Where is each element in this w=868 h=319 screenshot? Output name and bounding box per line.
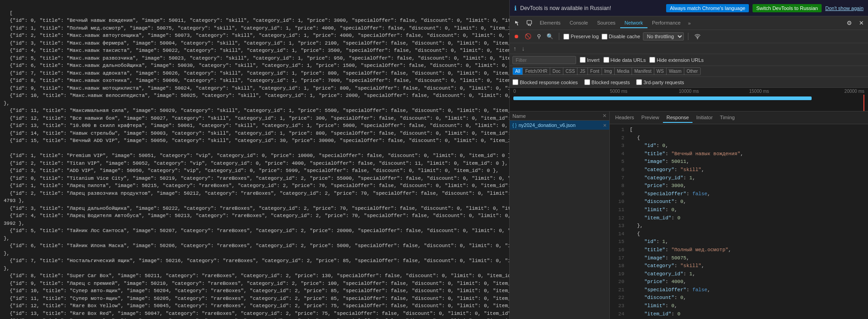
json-source-panel: [ {"id": 0, "title": "Вечный навык вожде… (0, 0, 509, 319)
tab-performance[interactable]: Performance (647, 18, 685, 28)
timeline-ruler: 0 5000 ms 10000 ms 15000 ms 20000 ms (510, 88, 868, 95)
line-num-18: 18 (613, 262, 624, 270)
dont-show-again-button[interactable]: Don't show again (825, 5, 863, 11)
line-num-13: 13 (613, 222, 624, 230)
line-num-3: 3 (613, 142, 624, 150)
download-icon[interactable]: ↓ (522, 45, 525, 52)
device-icon[interactable] (523, 18, 535, 28)
filter-ws[interactable]: WS (654, 68, 667, 75)
tab-preview[interactable]: Preview (638, 113, 663, 123)
json-line-16: 16 "title": "Полный мед.осмотр", (613, 246, 864, 254)
hide-data-urls-checkbox[interactable] (603, 57, 609, 63)
disable-cache-checkbox[interactable] (602, 34, 607, 40)
timeline-label-0: 0 (513, 89, 583, 94)
blocked-response-cookies-checkbox[interactable] (512, 79, 518, 85)
filter-js[interactable]: JS (577, 68, 588, 75)
settings-icon[interactable]: ⚙ (844, 18, 854, 28)
filter-css[interactable]: CSS (563, 68, 578, 75)
response-panel: Headers Preview Response Initiator Timin… (610, 111, 868, 319)
tab-timing[interactable]: Timing (716, 113, 738, 123)
filter-icon-button[interactable]: ⚲ (536, 33, 542, 40)
line-num-23: 23 (613, 302, 624, 310)
json-line-4: 4 "title": "Вечный навык вождения", (613, 150, 864, 158)
throttle-select[interactable]: No throttling (643, 32, 684, 41)
filter-img[interactable]: Img (602, 68, 615, 75)
content-area: Name ✕ { } ny2024_donation_v6.json ✕ Hea… (510, 111, 868, 319)
json-file-icon: { } (512, 123, 517, 128)
timeline-label-20000: 20000 ms (794, 89, 864, 94)
blocked-requests-checkbox[interactable] (584, 79, 590, 85)
json-line-10: 10 "discount": 0, (613, 198, 864, 206)
filter-manifest[interactable]: Manifest (632, 68, 654, 75)
line-num-1: 1 (613, 126, 624, 134)
tab-network[interactable]: Network (620, 18, 647, 28)
wifi-icon[interactable] (692, 31, 702, 41)
json-line-8: 8 "price": 3000, (613, 182, 864, 190)
banner-text: DevTools is now available in Russian! (520, 5, 662, 11)
filter-font[interactable]: Font (588, 68, 602, 75)
tab-sources[interactable]: Sources (592, 18, 620, 28)
blocked-requests-label[interactable]: Blocked requests (584, 79, 630, 85)
third-party-requests-label[interactable]: 3rd-party requests (636, 79, 684, 85)
switch-devtools-button[interactable]: Switch DevTools to Russian (753, 4, 822, 12)
tab-initiator[interactable]: Initiator (692, 113, 716, 123)
more-tabs-button[interactable]: » (685, 19, 693, 28)
json-line-22: 22 "discount": 0, (613, 294, 864, 302)
json-line-24: 24 "item_id": 0 (613, 310, 864, 319)
disable-cache-label[interactable]: Disable cache (602, 34, 640, 40)
clear-button[interactable]: 🚫 (523, 33, 533, 40)
search-button[interactable]: 🔍 (545, 33, 555, 40)
filter-input[interactable] (512, 56, 576, 64)
tab-headers[interactable]: Headers (612, 113, 638, 123)
hide-extension-urls-checkbox[interactable] (649, 57, 655, 63)
tab-elements[interactable]: Elements (535, 18, 565, 28)
json-line-9: 9 "specialOffer": false, (613, 190, 864, 198)
third-party-requests-checkbox[interactable] (636, 79, 642, 85)
line-num-5: 5 (613, 158, 624, 166)
invert-checkbox[interactable] (580, 57, 586, 63)
line-num-17: 17 (613, 254, 624, 263)
record-button[interactable]: ⏺ (512, 33, 521, 40)
preserve-log-label[interactable]: Preserve log (563, 34, 599, 40)
close-column-icon: ✕ (602, 113, 607, 119)
filter-fetch-xhr[interactable]: Fetch/XHR (523, 68, 550, 75)
tab-settings-area: ⚙ ✕ (844, 18, 866, 28)
request-item-json[interactable]: { } ny2024_donation_v6.json ✕ (510, 121, 609, 130)
line-num-14: 14 (613, 230, 624, 238)
hide-extension-urls-label[interactable]: Hide extension URLs (649, 57, 703, 63)
separator-2 (688, 33, 688, 40)
json-line-3: 3 "id": 0, (613, 142, 864, 150)
filter-type-buttons: All Fetch/XHR Doc CSS JS Font Img Media … (512, 67, 701, 75)
line-num-12: 12 (613, 214, 624, 223)
upload-icon[interactable]: ↑ (513, 45, 517, 52)
name-column-header: Name (512, 113, 600, 119)
svg-rect-0 (527, 20, 532, 24)
filter-doc[interactable]: Doc (550, 68, 563, 75)
request-name: ny2024_donation_v6.json (518, 122, 601, 128)
filter-media[interactable]: Media (615, 68, 632, 75)
request-close-icon[interactable]: ✕ (603, 123, 607, 128)
request-list-header: Name ✕ (510, 111, 609, 121)
line-num-22: 22 (613, 294, 624, 302)
match-language-button[interactable]: Always match Chrome's language (666, 4, 749, 12)
json-line-18: 18 "category": "skill", (613, 262, 864, 270)
blocked-response-cookies-label[interactable]: Blocked response cookies (512, 79, 578, 85)
invert-label[interactable]: Invert (580, 57, 600, 63)
hide-data-urls-label[interactable]: Hide data URLs (603, 57, 646, 63)
timeline-label-15000: 15000 ms (724, 89, 794, 94)
tab-console[interactable]: Console (565, 18, 592, 28)
line-num-19: 19 (613, 270, 624, 278)
tab-response[interactable]: Response (663, 113, 693, 123)
filter-other[interactable]: Other (684, 68, 700, 75)
json-line-17: 17 "image": 50075, (613, 254, 864, 263)
json-line-11: 11 "limit": 0, (613, 206, 864, 214)
line-num-11: 11 (613, 206, 624, 214)
inspect-icon[interactable] (512, 18, 523, 28)
line-num-8: 8 (613, 182, 624, 190)
filter-all[interactable]: All (513, 68, 523, 75)
preserve-log-checkbox[interactable] (563, 34, 569, 40)
filter-wasm[interactable]: Wasm (667, 68, 684, 75)
line-num-10: 10 (613, 198, 624, 206)
svg-rect-2 (530, 25, 531, 26)
close-icon[interactable]: ✕ (856, 18, 866, 28)
